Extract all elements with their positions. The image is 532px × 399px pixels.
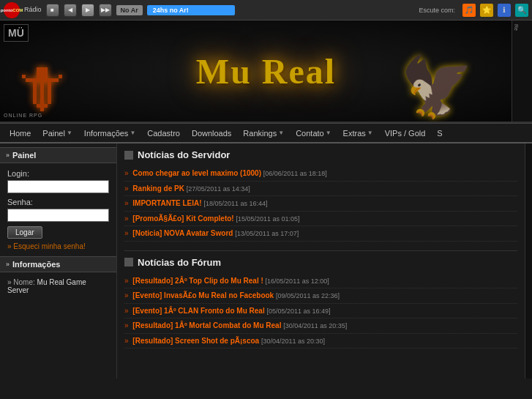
noticias-servidor-title: Notícias do Servidor (124, 149, 517, 160)
info-section-header: » Informações (0, 256, 116, 272)
nav-rankings[interactable]: Rankings ▼ (237, 124, 290, 142)
forum-link-5[interactable]: [Resultado] Screen Shot de pÃ¡scoa (132, 337, 259, 345)
news-link-4[interactable]: [PromoÃ§Ã£o] Kit Completo! (132, 215, 233, 223)
info-nome: » Nome: Mu Real Game Server (7, 278, 109, 294)
forum-arrow-3: » (124, 307, 129, 315)
escute-label: Escute com: (419, 7, 455, 14)
forum-item-2: » [Evento] InvasÃ£o Mu Real no Facebook … (124, 288, 517, 304)
no-ar-badge: No Ar (116, 5, 143, 15)
forum-arrow-1: » (124, 277, 129, 285)
news-arrow-4: » (124, 215, 129, 223)
mu-logo: MÜ (4, 24, 29, 42)
navigation: Home Painel ▼ Informações ▼ Cadastro Dow… (0, 123, 532, 143)
forum-link-3[interactable]: [Evento] 1Âº CLAN Fronto do Mu Real (132, 307, 264, 315)
esqueci-link[interactable]: » Esqueci minha senha! (7, 242, 109, 250)
news-link-3[interactable]: IMPORTANTE LEIA! (132, 199, 201, 207)
radio-bar: pontoCOM Rádio ■ ◀ ▶ ▶▶ No Ar 24hs no Ar… (0, 0, 532, 20)
painel-chevron: » (6, 152, 10, 159)
character-left: 🗡 (15, 54, 73, 122)
forum-date-4: [30/04/2011 as 20:35] (283, 322, 347, 329)
news-date-2: [27/05/2011 as 14:34] (187, 185, 250, 193)
escute-icon-2[interactable]: ⭐ (480, 4, 493, 17)
senha-input[interactable] (7, 209, 109, 222)
nav-extras-arrow: ▼ (367, 130, 373, 136)
info-nome-label: » Nome: (7, 278, 37, 286)
nav-downloads[interactable]: Downloads (186, 124, 237, 142)
prev-button[interactable]: ◀ (64, 4, 77, 17)
nav-home[interactable]: Home (4, 124, 37, 142)
news-arrow-3: » (124, 199, 129, 207)
noticias-forum-title: Notícias do Fórum (124, 257, 517, 268)
forum-arrow-2: » (124, 291, 129, 299)
forum-link-1[interactable]: [Resultado] 2Âº Top Clip do Mu Real ! (132, 277, 263, 285)
login-input[interactable] (7, 180, 109, 193)
nav-contato[interactable]: Contato ▼ (290, 124, 337, 142)
noticias-forum-section: Notícias do Fórum » [Resultado] 2Âº Top … (124, 257, 517, 349)
radio-logo: pontoCOM (4, 2, 20, 18)
nav-informacoes[interactable]: Informações ▼ (78, 124, 141, 142)
forum-item-1: » [Resultado] 2Âº Top Clip do Mu Real ! … (124, 274, 517, 289)
escute-icon-3[interactable]: ℹ (498, 4, 511, 17)
banner-right-text: Re (512, 20, 520, 34)
character-right: 🦅 (400, 53, 473, 122)
news-arrow-5: » (124, 229, 129, 237)
content-area: Notícias do Servidor » Como chegar ao le… (117, 143, 525, 379)
section-icon-servidor (124, 151, 133, 160)
play-button[interactable]: ▶ (81, 4, 94, 17)
news-date-1: [06/06/2011 as 18:18] (263, 170, 327, 177)
nav-extras[interactable]: Extras ▼ (337, 124, 379, 142)
banner-title: Mu Real (196, 51, 336, 92)
news-link-2[interactable]: Ranking de PK (132, 184, 184, 193)
escute-icon-1[interactable]: 🎵 (462, 4, 476, 17)
news-item-4: » [PromoÃ§Ã£o] Kit Completo! [15/05/2011… (124, 212, 517, 227)
radio-name: Rádio (24, 7, 42, 14)
noticias-servidor-section: Notícias do Servidor » Como chegar ao le… (124, 149, 517, 242)
news-link-1[interactable]: Como chegar ao level maximo (1000) (132, 169, 261, 177)
forum-date-5: [30/04/2011 as 20:30] (261, 338, 325, 345)
nav-s[interactable]: S (431, 124, 448, 142)
forum-date-1: [16/05/2011 as 12:00] (266, 277, 329, 285)
login-label: Login: (7, 169, 109, 178)
nav-painel[interactable]: Painel ▼ (37, 124, 78, 142)
senha-label: Senha: (7, 198, 109, 206)
painel-section-header: » Painel (0, 147, 116, 163)
nav-cadastro[interactable]: Cadastro (141, 124, 186, 142)
logar-button[interactable]: Logar (7, 226, 42, 239)
forum-item-3: » [Evento] 1Âº CLAN Fronto do Mu Real [0… (124, 304, 517, 319)
section-divider (124, 250, 517, 251)
info-label: Informações (12, 260, 60, 269)
online-rpg-label: ONLINE RPG (4, 113, 42, 118)
section-icon-forum (124, 258, 133, 266)
banner: 🗡 Mu Real 🦅 MÜ ONLINE RPG Re (0, 20, 532, 123)
ao-vivo-badge: 24hs no Ar! (147, 5, 235, 15)
news-item-5: » [Noticia] NOVA Avatar Sword [13/05/201… (124, 226, 517, 242)
login-section: Login: Senha: Logar » Esqueci minha senh… (0, 163, 116, 256)
painel-label: Painel (12, 151, 36, 160)
forum-date-2: [09/05/2011 as 22:36] (276, 292, 340, 299)
next-button[interactable]: ▶▶ (99, 4, 112, 17)
news-date-3: [18/05/2011 as 16:44] (203, 200, 267, 207)
nav-contato-arrow: ▼ (326, 130, 331, 136)
forum-link-4[interactable]: [Resultado] 1Âº Mortal Combat do Mu Real (132, 321, 281, 329)
stop-button[interactable]: ■ (46, 4, 59, 17)
forum-item-5: » [Resultado] Screen Shot de pÃ¡scoa [30… (124, 334, 517, 349)
news-item-1: » Como chegar ao level maximo (1000) [06… (124, 166, 517, 182)
main-content: » Painel Login: Senha: Logar » Esqueci m… (0, 143, 532, 379)
news-item-3: » IMPORTANTE LEIA! [18/05/2011 as 16:44] (124, 196, 517, 212)
escute-icon-4[interactable]: 🔍 (515, 4, 528, 17)
scrollbar[interactable] (525, 143, 532, 379)
nav-painel-arrow: ▼ (67, 130, 72, 136)
sidebar: » Painel Login: Senha: Logar » Esqueci m… (0, 143, 117, 379)
news-date-4: [15/05/2011 as 01:05] (236, 215, 299, 223)
nav-rankings-arrow: ▼ (278, 130, 284, 136)
news-arrow-1: » (124, 169, 129, 177)
nav-vips-gold[interactable]: VIPs / Gold (379, 124, 432, 142)
forum-arrow-4: » (124, 321, 129, 329)
news-link-5[interactable]: [Noticia] NOVA Avatar Sword (132, 229, 233, 237)
news-arrow-2: » (124, 184, 129, 193)
info-section: » Nome: Mu Real Game Server (0, 272, 116, 302)
forum-date-3: [05/05/2011 as 16:49] (266, 307, 330, 315)
forum-link-2[interactable]: [Evento] InvasÃ£o Mu Real no Facebook (132, 291, 274, 299)
news-date-5: [13/05/2011 as 17:07] (235, 230, 299, 237)
forum-item-4: » [Resultado] 1Âº Mortal Combat do Mu Re… (124, 318, 517, 334)
